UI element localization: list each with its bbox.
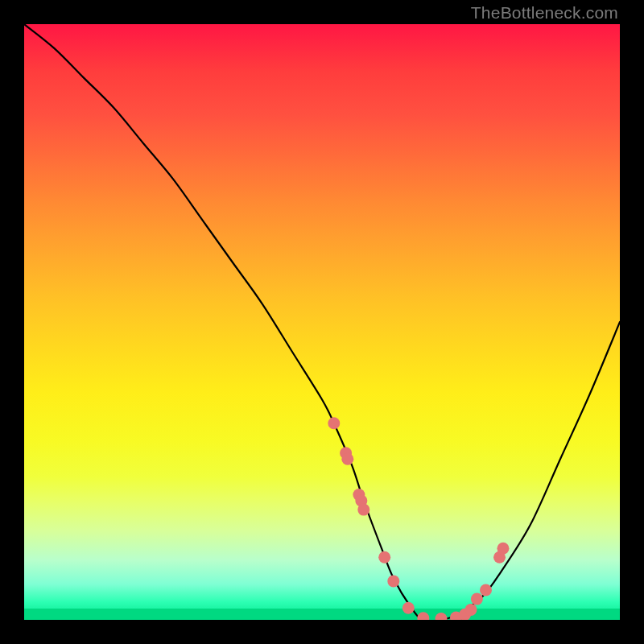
- plot-area: [24, 24, 620, 620]
- highlight-dots: [328, 417, 509, 620]
- watermark-label: TheBottleneck.com: [471, 3, 618, 23]
- curve-layer: [24, 24, 620, 620]
- highlight-dot: [328, 417, 340, 429]
- highlight-dot: [402, 602, 415, 614]
- bottleneck-curve: [24, 24, 620, 620]
- highlight-dot: [436, 613, 448, 620]
- highlight-dot: [417, 612, 429, 620]
- highlight-dot: [387, 575, 399, 587]
- highlight-dot: [465, 604, 477, 616]
- highlight-dot: [471, 593, 483, 605]
- highlight-dot: [497, 543, 509, 555]
- highlight-dot: [357, 504, 369, 516]
- highlight-dot: [480, 584, 492, 597]
- highlight-dot: [341, 453, 353, 465]
- chart-frame: TheBottleneck.com: [0, 0, 644, 644]
- highlight-dot: [378, 551, 390, 564]
